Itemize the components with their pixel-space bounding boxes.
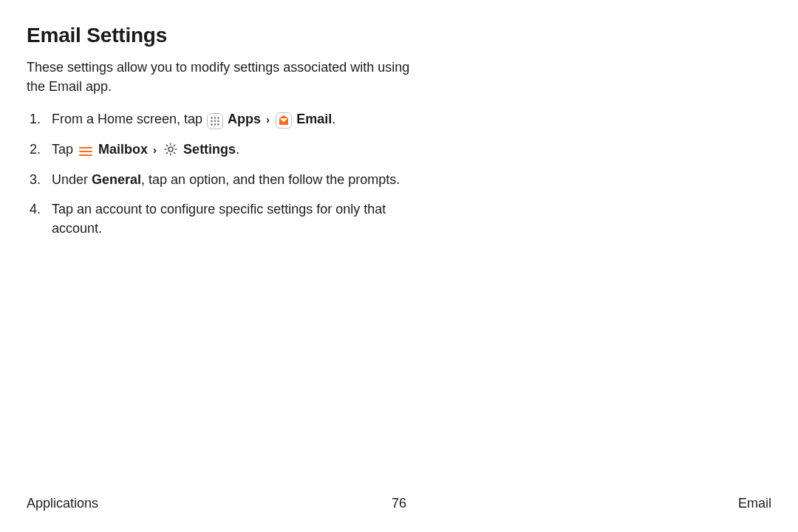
settings-label: Settings: [183, 142, 236, 157]
step-3: Under General, tap an option, and then f…: [27, 170, 426, 189]
svg-point-1: [214, 117, 216, 119]
svg-point-6: [211, 123, 213, 126]
svg-point-8: [217, 123, 219, 126]
step-1-text-a: From a Home screen, tap: [52, 112, 206, 126]
step-1: From a Home screen, tap Apps › Email.: [27, 109, 426, 129]
general-label: General: [92, 172, 141, 187]
step-1-period: .: [332, 112, 335, 126]
chevron-icon: ›: [265, 112, 271, 128]
step-2-period: .: [236, 142, 239, 157]
svg-point-12: [168, 147, 173, 151]
step-4: Tap an account to configure specific set…: [27, 200, 426, 238]
step-2: Tap Mailbox › Settings.: [27, 140, 426, 160]
step-3-text-a: Under: [52, 172, 92, 187]
page-footer: Applications 76 Email: [27, 496, 771, 511]
mailbox-icon: [78, 143, 94, 160]
svg-point-0: [211, 117, 213, 119]
svg-point-2: [217, 117, 219, 119]
apps-icon: [207, 113, 223, 129]
svg-point-5: [217, 120, 219, 123]
step-3-text-b: , tap an option, and then follow the pro…: [141, 172, 400, 187]
footer-page-number: 76: [392, 496, 406, 511]
chevron-icon: ›: [151, 142, 158, 158]
svg-point-7: [214, 123, 216, 126]
page-title: Email Settings: [27, 24, 771, 47]
mailbox-label: Mailbox: [98, 142, 148, 157]
steps-list: From a Home screen, tap Apps › Email. Ta…: [27, 109, 426, 238]
footer-left: Applications: [27, 496, 98, 511]
footer-right: Email: [738, 496, 771, 511]
svg-point-4: [214, 120, 216, 123]
step-2-text-a: Tap: [52, 142, 77, 157]
email-label: Email: [296, 112, 332, 126]
svg-point-3: [211, 120, 213, 123]
email-icon: [276, 112, 292, 129]
settings-icon: [163, 141, 179, 157]
apps-label: Apps: [228, 112, 261, 126]
intro-text: These settings allow you to modify setti…: [27, 58, 411, 96]
